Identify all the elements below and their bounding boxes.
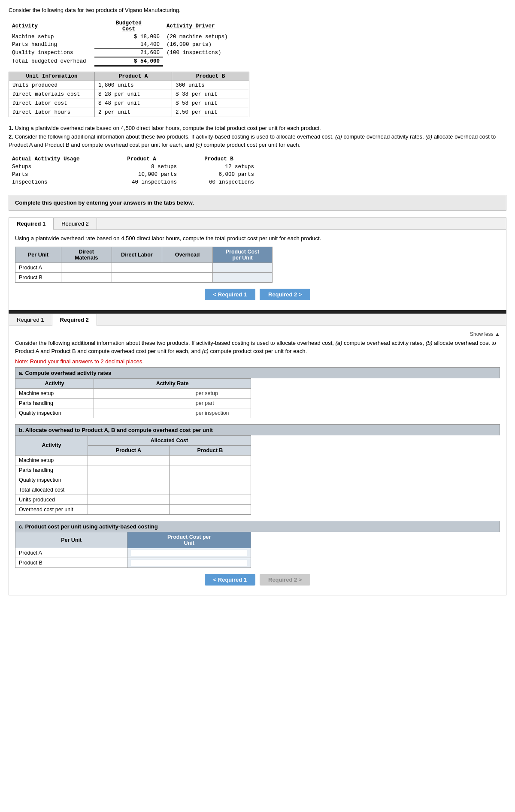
alloc-row6-a-input[interactable] <box>91 507 166 513</box>
alloc-row4-b-input[interactable] <box>173 487 247 493</box>
alloc-row6-label: Overhead cost per unit <box>15 504 88 514</box>
alloc-row3-a-input[interactable] <box>91 477 166 483</box>
req1-description: Using a plantwide overhead rate based on… <box>15 235 500 241</box>
tab-required-1-active[interactable]: Required 1 <box>9 218 54 230</box>
unit-info-table: Unit Information Product A Product B Uni… <box>9 72 249 117</box>
req1-a-dl-input[interactable] <box>115 265 159 271</box>
unit-row2-label: Direct materials cost <box>9 90 95 99</box>
req1-a-pc-input[interactable] <box>216 265 269 271</box>
overhead-row-3-driver: (100 inspections) <box>163 49 231 57</box>
ar-row2-input-cell[interactable] <box>94 398 192 408</box>
req1-row-b-direct-materials[interactable] <box>61 272 112 282</box>
alloc-row5-b[interactable] <box>169 495 251 504</box>
alloc-row4-a[interactable] <box>88 485 169 495</box>
alloc-row6-b-input[interactable] <box>173 507 247 513</box>
req1-col3-header: Direct Labor <box>112 247 162 263</box>
alloc-row4-b[interactable] <box>169 485 251 495</box>
pc-row2-value[interactable] <box>127 558 251 567</box>
req1-b-oh-input[interactable] <box>166 275 209 281</box>
alloc-row5-b-input[interactable] <box>173 497 247 503</box>
alloc-row1-b[interactable] <box>169 455 251 465</box>
req2-content: Show less ▲ Consider the following addit… <box>9 326 506 595</box>
actual-col1-header: Actual Activity Usage <box>9 155 103 163</box>
alloc-row5-label: Units produced <box>15 495 88 504</box>
tab-required-2-sec2[interactable]: Required 2 <box>52 314 97 326</box>
next-button-1[interactable]: Required 2 > <box>260 289 310 300</box>
actual-col3-header: Product B <box>180 155 258 163</box>
actual-row3-b: 60 inspections <box>180 178 258 186</box>
prev-button-2[interactable]: < Required 1 <box>205 574 255 586</box>
alloc-row1-a-input[interactable] <box>91 457 166 463</box>
req1-row-a-direct-materials[interactable] <box>61 263 112 272</box>
complete-question-text: Complete this question by entering your … <box>15 199 194 206</box>
req1-row-a-direct-labor[interactable] <box>112 263 162 272</box>
unit-info-col3-header: Product B <box>172 72 249 81</box>
req1-row-b-label: Product B <box>15 272 61 282</box>
prev-button-1[interactable]: < Required 1 <box>205 289 255 300</box>
req1-row-b-product-cost[interactable] <box>212 272 272 282</box>
pc-row2-input[interactable] <box>131 560 247 566</box>
alloc-row5-a[interactable] <box>88 495 169 504</box>
alloc-row1-b-input[interactable] <box>173 457 247 463</box>
alloc-row6-a[interactable] <box>88 504 169 514</box>
ar-row3-input[interactable] <box>97 410 188 416</box>
alloc-row4-a-input[interactable] <box>91 487 166 493</box>
section-c-header: c. Product cost per unit using activity-… <box>15 521 500 532</box>
alloc-row2-a[interactable] <box>88 465 169 475</box>
complete-question-box: Complete this question by entering your … <box>9 195 506 211</box>
unit-row4-b: 2.50 per unit <box>172 108 249 117</box>
tab-section-1: Required 1 Required 2 Using a plantwide … <box>9 217 506 310</box>
overhead-table: Activity BudgetedCost Activity Driver Ma… <box>9 19 231 66</box>
alloc-row1-a[interactable] <box>88 455 169 465</box>
req1-a-oh-input[interactable] <box>166 265 209 271</box>
section-divider <box>9 310 506 314</box>
overhead-row-3-activity: Quality inspections <box>9 49 94 57</box>
req1-row-product-a: Product A <box>15 263 273 272</box>
alloc-row2-b-input[interactable] <box>173 467 247 473</box>
tab-section-2: Required 1 Required 2 Show less ▲ Consid… <box>9 314 506 595</box>
budgeted-cost-header: BudgetedCost <box>94 19 163 33</box>
ar-row3-input-cell[interactable] <box>94 408 192 418</box>
alloc-row2-b[interactable] <box>169 465 251 475</box>
alloc-row3-b[interactable] <box>169 475 251 485</box>
pc-row2-label: Product B <box>15 558 127 567</box>
intro-text: Consider the following data for two prod… <box>9 7 506 13</box>
alloc-row3-b-input[interactable] <box>173 477 247 483</box>
unit-row2-a: $ 28 per unit <box>95 90 172 99</box>
page-container: Consider the following data for two prod… <box>0 0 515 602</box>
ar-row1-input[interactable] <box>97 390 188 396</box>
alloc-row2-a-input[interactable] <box>91 467 166 473</box>
req1-row-b-direct-labor[interactable] <box>112 272 162 282</box>
activity-driver-header: Activity Driver <box>163 19 231 33</box>
tab-required-2-inactive[interactable]: Required 2 <box>54 218 97 229</box>
unit-info-col2-header: Product A <box>95 72 172 81</box>
req1-a-dm-input[interactable] <box>65 265 108 271</box>
alloc-row3-a[interactable] <box>88 475 169 485</box>
alloc-prod-b-header: Product B <box>169 445 251 455</box>
req1-row-b-overhead[interactable] <box>162 272 213 282</box>
pc-row-product-a: Product A <box>15 548 251 558</box>
pc-row1-input[interactable] <box>131 550 247 556</box>
tab-required-1-sec2[interactable]: Required 1 <box>9 314 52 326</box>
section-a-wrapper: a. Compute overhead activity rates Activ… <box>15 367 500 418</box>
product-cost-table: Per Unit Product Cost perUnit Product A … <box>15 532 251 568</box>
pc-row1-value[interactable] <box>127 548 251 558</box>
show-less-btn[interactable]: Show less ▲ <box>470 331 500 337</box>
req1-b-dm-input[interactable] <box>65 275 108 281</box>
req1-row-a-product-cost[interactable] <box>212 263 272 272</box>
req1-b-dl-input[interactable] <box>115 275 159 281</box>
actual-activity-table: Actual Activity Usage Product A Product … <box>9 155 258 186</box>
ar-row1-input-cell[interactable] <box>94 388 192 398</box>
req1-row-a-label: Product A <box>15 263 61 272</box>
alloc-row5-a-input[interactable] <box>91 497 166 503</box>
instruction-line2: 2. Consider the following additional inf… <box>9 133 506 149</box>
req1-b-pc-input[interactable] <box>216 275 269 281</box>
ar-row2-input[interactable] <box>97 400 188 406</box>
alloc-row6-b[interactable] <box>169 504 251 514</box>
next-button-2[interactable]: Required 2 > <box>260 574 310 586</box>
unit-row4-a: 2 per unit <box>95 108 172 117</box>
req1-row-a-overhead[interactable] <box>162 263 213 272</box>
overhead-row-2-driver: (16,000 parts) <box>163 41 231 49</box>
req1-col5-header: Product Costper Unit <box>212 247 272 263</box>
actual-row3-label: Inspections <box>9 178 103 186</box>
